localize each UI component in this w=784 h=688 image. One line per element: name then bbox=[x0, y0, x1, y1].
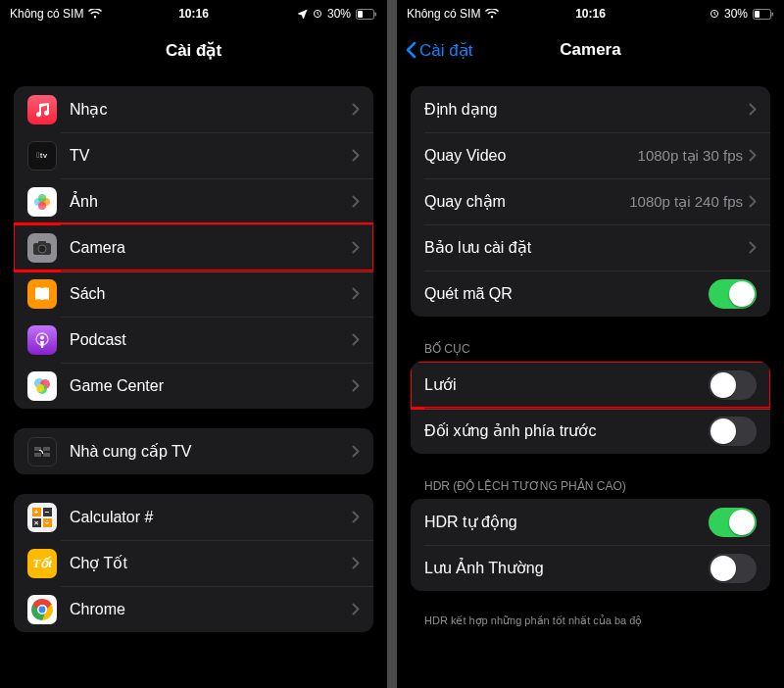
settings-row-quay-ch-m[interactable]: Quay chậm1080p tại 240 fps bbox=[411, 178, 770, 224]
settings-row-b-o-l-u-c-i-t[interactable]: Bảo lưu cài đặt bbox=[411, 224, 770, 270]
chevron-right-icon bbox=[749, 241, 757, 254]
chevron-right-icon bbox=[352, 241, 360, 254]
settings-row-quay-video[interactable]: Quay Video1080p tại 30 fps bbox=[411, 132, 770, 178]
toggle-switch[interactable] bbox=[709, 554, 757, 583]
chevron-right-icon bbox=[352, 379, 360, 392]
clock: 10:16 bbox=[132, 7, 255, 21]
settings-row--nh[interactable]: Ảnh bbox=[14, 178, 373, 224]
row-detail: 1080p tại 30 fps bbox=[638, 147, 743, 165]
row-label: Podcast bbox=[70, 331, 352, 349]
settings-group: LướiĐối xứng ảnh phía trước bbox=[411, 362, 770, 454]
svg-point-17 bbox=[36, 384, 44, 392]
battery-percent: 30% bbox=[327, 7, 351, 21]
row-label: Bảo lưu cài đặt bbox=[424, 238, 749, 257]
nav-bar: Cài đặt Camera bbox=[397, 27, 784, 73]
svg-rect-11 bbox=[38, 241, 46, 244]
settings-row--nh-d-ng[interactable]: Định dạng bbox=[411, 86, 770, 132]
svg-point-7 bbox=[38, 202, 46, 210]
row-label: Định dạng bbox=[424, 100, 749, 119]
alarm-icon bbox=[710, 9, 719, 19]
photos-icon bbox=[27, 187, 57, 217]
row-label: Quét mã QR bbox=[424, 285, 709, 303]
row-label: Chrome bbox=[70, 601, 352, 618]
settings-row-l-i[interactable]: Lưới bbox=[411, 362, 770, 408]
settings-row-hdr-t-ng[interactable]: HDR tự động bbox=[411, 499, 770, 545]
calculator-icon: +−×÷ bbox=[27, 503, 57, 532]
settings-scroll[interactable]: NhạctvTVẢnhCameraSáchPodcastGame Center… bbox=[0, 73, 387, 688]
tvprovider-icon bbox=[27, 437, 57, 467]
row-label: Quay chậm bbox=[424, 192, 629, 211]
podcast-icon bbox=[27, 325, 57, 355]
camera-icon bbox=[27, 233, 57, 263]
carrier-label: Không có SIM bbox=[407, 7, 480, 21]
row-label: Nhà cung cấp TV bbox=[70, 442, 352, 461]
settings-row-s-ch[interactable]: Sách bbox=[14, 270, 373, 317]
back-label: Cài đặt bbox=[419, 40, 472, 61]
chevron-right-icon bbox=[749, 149, 757, 162]
page-title: Cài đặt bbox=[166, 40, 221, 61]
chevron-right-icon bbox=[352, 287, 360, 300]
camera-settings-scroll[interactable]: Định dạngQuay Video1080p tại 30 fpsQuay … bbox=[397, 73, 784, 688]
svg-point-12 bbox=[40, 335, 44, 339]
settings-row-ch-t-t[interactable]: TốtChợ Tốt bbox=[14, 540, 373, 586]
toggle-switch[interactable] bbox=[709, 370, 757, 400]
chevron-right-icon bbox=[749, 195, 757, 208]
row-label: Quay Video bbox=[424, 147, 638, 165]
row-label: Đối xứng ảnh phía trước bbox=[424, 421, 709, 440]
chrome-icon bbox=[27, 595, 57, 624]
row-label: HDR tự động bbox=[424, 513, 709, 531]
svg-rect-33 bbox=[772, 12, 774, 16]
chotot-icon: Tốt bbox=[27, 549, 57, 578]
toggle-switch[interactable] bbox=[709, 279, 757, 309]
settings-row-chrome[interactable]: Chrome bbox=[14, 586, 373, 632]
svg-point-29 bbox=[38, 605, 46, 613]
svg-text:−: − bbox=[45, 508, 50, 516]
settings-group: Định dạngQuay Video1080p tại 30 fpsQuay … bbox=[411, 86, 770, 317]
svg-rect-32 bbox=[755, 11, 760, 18]
back-button[interactable]: Cài đặt bbox=[405, 40, 472, 61]
chevron-right-icon bbox=[352, 557, 360, 569]
svg-text:×: × bbox=[34, 518, 39, 527]
row-label: Ảnh bbox=[70, 192, 352, 211]
settings-root-screen: Không có SIM 10:16 30% Cài đặt NhạctvTV… bbox=[0, 0, 387, 688]
svg-text:÷: ÷ bbox=[45, 518, 50, 527]
svg-rect-2 bbox=[358, 11, 363, 18]
svg-rect-3 bbox=[375, 12, 377, 16]
chevron-right-icon bbox=[352, 195, 360, 208]
nav-bar: Cài đặt bbox=[0, 27, 387, 73]
settings-row--i-x-ng-nh-ph-a-tr-c[interactable]: Đối xứng ảnh phía trước bbox=[411, 408, 770, 454]
section-header: HDR (ĐỘ LỆCH TƯƠNG PHẢN CAO) bbox=[397, 473, 784, 499]
settings-group: Nhà cung cấp TV bbox=[14, 428, 373, 474]
settings-group: NhạctvTVẢnhCameraSáchPodcastGame Center bbox=[14, 86, 373, 409]
toggle-switch[interactable] bbox=[709, 417, 757, 446]
row-label: TV bbox=[70, 147, 352, 165]
settings-row-tv[interactable]: tvTV bbox=[14, 132, 373, 178]
row-label: Chợ Tốt bbox=[70, 554, 352, 572]
camera-settings-screen: Không có SIM 10:16 30% Cài đặt Camera Đị… bbox=[397, 0, 784, 688]
settings-row-l-u-nh-th-ng[interactable]: Lưu Ảnh Thường bbox=[411, 545, 770, 591]
settings-row-calculator-[interactable]: +−×÷Calculator # bbox=[14, 494, 373, 540]
section-header: BỐ CỤC bbox=[397, 336, 784, 362]
carrier-label: Không có SIM bbox=[10, 7, 83, 21]
status-bar: Không có SIM 10:16 30% bbox=[397, 0, 784, 27]
wifi-icon bbox=[88, 9, 102, 19]
page-title: Camera bbox=[560, 40, 620, 60]
svg-point-8 bbox=[38, 194, 46, 202]
svg-text:+: + bbox=[34, 508, 39, 516]
chevron-right-icon bbox=[352, 103, 360, 116]
row-label: Game Center bbox=[70, 377, 352, 395]
settings-row-game-center[interactable]: Game Center bbox=[14, 363, 373, 409]
row-label: Nhạc bbox=[70, 100, 352, 119]
row-label: Lưu Ảnh Thường bbox=[424, 559, 709, 577]
settings-row-nh-c[interactable]: Nhạc bbox=[14, 86, 373, 132]
settings-row-qu-t-m-qr[interactable]: Quét mã QR bbox=[411, 270, 770, 317]
chevron-right-icon bbox=[352, 333, 360, 346]
chevron-right-icon bbox=[352, 511, 360, 523]
battery-icon bbox=[753, 9, 774, 20]
toggle-switch[interactable] bbox=[709, 508, 757, 537]
battery-percent: 30% bbox=[724, 7, 748, 21]
settings-row-camera[interactable]: Camera bbox=[14, 224, 373, 270]
settings-row-podcast[interactable]: Podcast bbox=[14, 317, 373, 363]
settings-row-nh-cung-c-p-tv[interactable]: Nhà cung cấp TV bbox=[14, 428, 373, 474]
chevron-right-icon bbox=[352, 149, 360, 162]
